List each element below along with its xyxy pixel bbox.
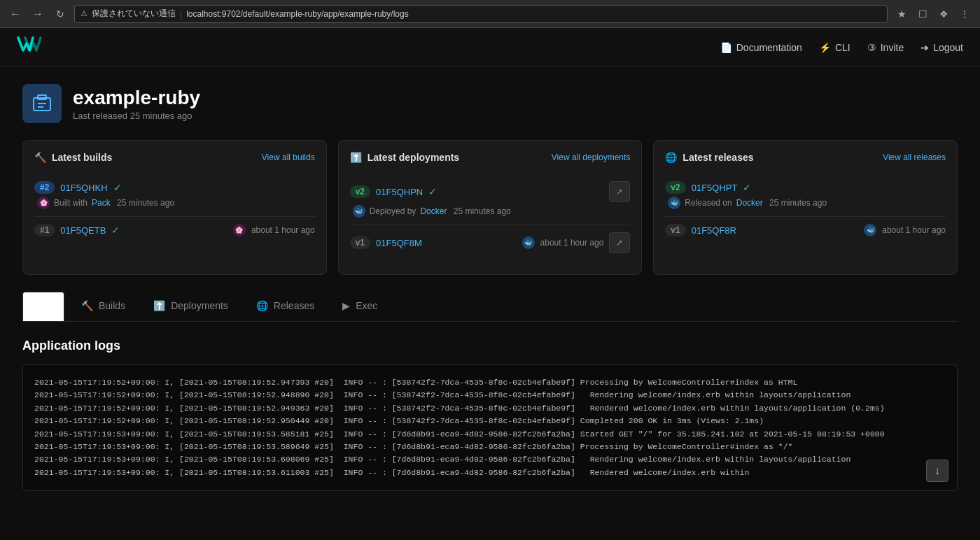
pack-avatar: 🌸 [37,197,50,209]
scroll-down-button[interactable]: ↓ [926,460,948,482]
build-1-time: about 1 hour ago [251,225,315,235]
bookmark-icon[interactable]: ★ [893,6,910,22]
releases-card-header: 🌐 Latest releases View all releases [665,152,946,163]
tab-deployments[interactable]: ⬆️ Deployments [139,292,242,322]
documentation-link[interactable]: 📄 Documentation [720,42,802,53]
releases-card: 🌐 Latest releases View all releases v2 0… [653,140,958,275]
main-content: example-ruby Last released 25 minutes ag… [0,67,980,525]
release-item-v2: v2 01F5QHPT ✓ 🐳 Released on Docker 25 mi… [665,174,946,217]
release-badge-v1: v1 [665,224,685,236]
forward-button[interactable]: → [29,6,46,22]
pack-avatar-1: 🌸 [233,224,246,236]
release-item-v2-left: v2 01F5QHPT ✓ [665,181,751,194]
url-text: localhost:9702/default/example-ruby/app/… [186,9,409,19]
release-item-v1-left: v1 01F5QF8R [665,224,736,236]
globe-icon: 🌐 [665,152,677,163]
upload-icon: ⬆️ [350,152,362,163]
logout-icon: ➔ [920,42,929,53]
plus-circle-icon: ③ [867,42,876,53]
docker-avatar-release-v2: 🐳 [668,197,680,209]
view-all-builds-link[interactable]: View all builds [262,152,315,162]
app-header: 📄 Documentation ⚡ CLI ③ Invite ➔ Logout [0,28,980,67]
log-line: 2021-05-15T17:19:53+09:00: I, [2021-05-1… [34,453,946,466]
deployment-item-v1-left: v1 01F5QF8M [350,236,422,249]
tabs-list: 🔨 Builds ⬆️ Deployments 🌐 Releases ▶ Exe… [22,292,958,321]
log-line: 2021-05-15T17:19:52+09:00: I, [2021-05-1… [34,389,946,402]
deployment-check-v2: ✓ [428,186,437,197]
warning-text: 保護されていない通信 [92,8,176,20]
deployment-id-v1[interactable]: 01F5QF8M [376,238,422,248]
build-id-1[interactable]: 01F5QETB [60,225,106,236]
logo-icon [17,35,42,59]
docker-link-release-v2[interactable]: Docker [736,198,763,208]
extension-icon[interactable]: ❖ [935,6,952,22]
build-id-2[interactable]: 01F5QHKH [60,183,107,193]
browser-chrome: ← → ↻ ⚠ 保護されていない通信 | localhost:9702/defa… [0,0,980,28]
release-check-v2: ✓ [743,182,751,193]
release-id-v1[interactable]: 01F5QF8R [692,225,736,236]
pack-link[interactable]: Pack [92,198,111,208]
build-item-2-top: #2 01F5QHKH ✓ [34,181,315,194]
tab-releases[interactable]: 🌐 Releases [242,292,328,322]
build-item-1-top: #1 01F5QETB ✓ 🌸 about 1 hour ago [34,224,315,236]
deployment-badge-v1: v1 [350,236,370,249]
log-line: 2021-05-15T17:19:52+09:00: I, [2021-05-1… [34,415,946,427]
refresh-button[interactable]: ↻ [52,6,69,22]
build-badge-2: #2 [34,181,55,194]
tab-exec[interactable]: ▶ Exec [328,292,391,322]
builds-card-title: 🔨 Latest builds [34,152,112,163]
release-item-v2-top: v2 01F5QHPT ✓ [665,181,946,194]
logs-section: Application logs 2021-05-15T17:19:52+09:… [22,339,958,508]
deployment-item-v1: v1 01F5QF8M 🐳 about 1 hour ago ➚ [350,225,631,263]
logs-title: Application logs [22,339,958,353]
invite-link[interactable]: ③ Invite [867,42,904,53]
logs-container[interactable]: 2021-05-15T17:19:52+09:00: I, [2021-05-1… [22,364,958,491]
deployment-v2-external-link[interactable]: ➚ [609,181,630,202]
build-check-2: ✓ [113,182,122,193]
app-logo [17,35,42,59]
back-button[interactable]: ← [7,6,24,22]
app-title-section: example-ruby Last released 25 minutes ag… [22,84,958,123]
deployment-item-v1-top: v1 01F5QF8M 🐳 about 1 hour ago ➚ [350,232,631,253]
logs-lines: 2021-05-15T17:19:52+09:00: I, [2021-05-1… [34,376,946,479]
view-all-releases-link[interactable]: View all releases [883,152,946,162]
deployment-v2-info: Deployed by Docker 25 minutes ago [370,206,511,216]
docker-avatar-release-v1: 🐳 [864,224,876,236]
deployments-card-title: ⬆️ Latest deployments [350,152,459,163]
build-item-1-left: #1 01F5QETB ✓ [34,224,120,236]
address-bar[interactable]: ⚠ 保護されていない通信 | localhost:9702/default/ex… [74,5,888,23]
build-item-2-bottom: 🌸 Built with Pack 25 minutes ago [34,197,315,209]
deployment-v1-external-link[interactable]: ➚ [609,232,630,253]
log-line: 2021-05-15T17:19:52+09:00: I, [2021-05-1… [34,376,946,389]
view-all-deployments-link[interactable]: View all deployments [552,152,631,162]
deployment-badge-v2: v2 [350,185,370,198]
profile-icon[interactable]: ☐ [914,6,931,22]
build-item-1-right: 🌸 about 1 hour ago [233,224,315,236]
hammer-icon: 🔨 [34,152,46,163]
app-nav: 📄 Documentation ⚡ CLI ③ Invite ➔ Logout [720,42,963,53]
log-line: 2021-05-15T17:19:53+09:00: I, [2021-05-1… [34,441,946,453]
build-item-2: #2 01F5QHKH ✓ 🌸 Built with Pack 25 minut… [34,174,315,217]
builds-card-header: 🔨 Latest builds View all builds [34,152,315,163]
builds-card: 🔨 Latest builds View all builds #2 01F5Q… [22,140,327,275]
tab-logs[interactable] [22,292,64,321]
release-id-v2[interactable]: 01F5QHPT [692,183,738,193]
cli-link[interactable]: ⚡ CLI [819,42,850,53]
cards-grid: 🔨 Latest builds View all builds #2 01F5Q… [22,140,958,275]
deployment-item-v2-bottom: 🐳 Deployed by Docker 25 minutes ago [350,205,631,218]
build-check-1: ✓ [111,225,120,236]
deployment-id-v2[interactable]: 01F5QHPN [376,187,423,197]
tab-builds[interactable]: 🔨 Builds [67,292,139,322]
build-badge-1: #1 [34,224,55,236]
release-item-v1: v1 01F5QF8R 🐳 about 1 hour ago [665,217,946,246]
deployment-item-v2: v2 01F5QHPN ✓ ➚ 🐳 Deployed by Docker 25 … [350,174,631,225]
lightning-icon: ⚡ [819,42,831,53]
release-v2-info: Released on Docker 25 minutes ago [685,198,827,208]
doc-icon: 📄 [720,42,732,53]
docker-link-v2[interactable]: Docker [420,206,447,216]
deployments-tab-icon: ⬆️ [153,300,165,311]
app-name: example-ruby [73,87,200,109]
deployment-item-v2-right: ➚ [609,181,630,202]
settings-icon[interactable]: ⋮ [956,6,973,22]
logout-link[interactable]: ➔ Logout [920,42,963,53]
